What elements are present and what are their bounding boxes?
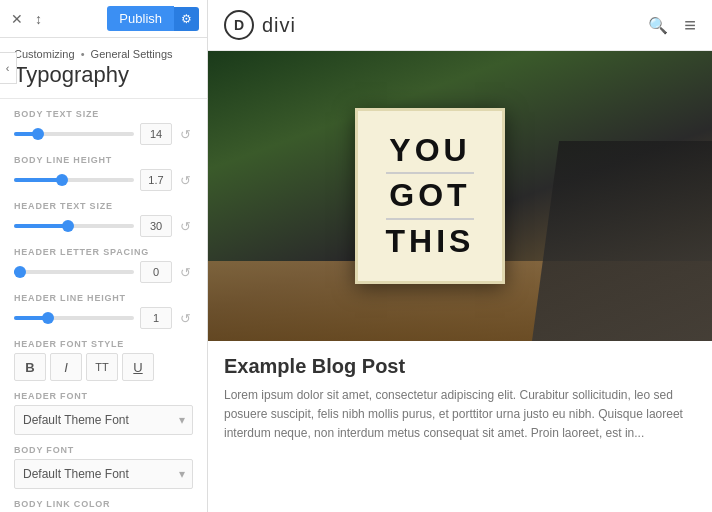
header-letter-spacing-value: 0 xyxy=(140,261,172,283)
breadcrumb-section: General Settings xyxy=(91,48,173,60)
header-text-size-label: HEADER TEXT SIZE xyxy=(14,201,193,211)
header-line-height-reset[interactable]: ↺ xyxy=(178,311,193,326)
body-line-height-slider[interactable] xyxy=(14,178,134,182)
body-link-color-label: BODY LINK COLOR xyxy=(14,499,193,509)
lightbox-line-1: YOU xyxy=(386,129,475,174)
underline-button[interactable]: U xyxy=(122,353,154,381)
body-line-height-value: 1.7 xyxy=(140,169,172,191)
header-letter-spacing-label: HEADER LETTER SPACING xyxy=(14,247,193,257)
divi-logo-text: divi xyxy=(262,14,296,37)
body-line-height-group: BODY LINE HEIGHT 1.7 ↺ xyxy=(14,155,193,191)
panel-title: Typography xyxy=(14,62,193,88)
publish-button-group: Publish ⚙ xyxy=(107,6,199,31)
header-line-height-group: HEADER LINE HEIGHT 1 ↺ xyxy=(14,293,193,329)
divi-nav: D divi 🔍 ≡ xyxy=(208,0,712,51)
sort-button[interactable]: ↕ xyxy=(32,8,45,30)
header-line-height-row: 1 ↺ xyxy=(14,307,193,329)
header-letter-spacing-group: HEADER LETTER SPACING 0 ↺ xyxy=(14,247,193,283)
breadcrumb-prefix: Customizing xyxy=(14,48,75,60)
divi-nav-icons: 🔍 ≡ xyxy=(648,14,696,37)
body-text-size-group: BODY TEXT SIZE 14 ↺ xyxy=(14,109,193,145)
settings-area: BODY TEXT SIZE 14 ↺ BODY LINE HEIGHT 1.7… xyxy=(0,99,207,512)
divi-logo: D divi xyxy=(224,10,296,40)
header-font-select[interactable]: Default Theme Font xyxy=(14,405,193,435)
panel-header: ‹ Customizing • General Settings Typogra… xyxy=(0,38,207,99)
body-text-size-value: 14 xyxy=(140,123,172,145)
divi-logo-circle: D xyxy=(224,10,254,40)
body-font-select-wrap: Default Theme Font xyxy=(14,459,193,489)
blog-image: YOU GOT THIS xyxy=(208,51,712,341)
search-icon[interactable]: 🔍 xyxy=(648,16,668,35)
header-letter-spacing-reset[interactable]: ↺ xyxy=(178,265,193,280)
body-link-color-group: BODY LINK COLOR Select Color xyxy=(14,499,193,512)
left-panel: ✕ ↕ Publish ⚙ ‹ Customizing • General Se… xyxy=(0,0,208,512)
header-letter-spacing-slider[interactable] xyxy=(14,270,134,274)
lightbox-line-3: THIS xyxy=(386,220,475,263)
header-line-height-slider[interactable] xyxy=(14,316,134,320)
menu-icon[interactable]: ≡ xyxy=(684,14,696,37)
body-text-size-row: 14 ↺ xyxy=(14,123,193,145)
body-line-height-row: 1.7 ↺ xyxy=(14,169,193,191)
body-font-label: BODY FONT xyxy=(14,445,193,455)
body-text-size-label: BODY TEXT SIZE xyxy=(14,109,193,119)
body-text-size-reset[interactable]: ↺ xyxy=(178,127,193,142)
header-font-label: HEADER FONT xyxy=(14,391,193,401)
header-font-style-group: HEADER FONT STYLE B I TT U xyxy=(14,339,193,381)
top-bar-icons: ✕ ↕ xyxy=(8,8,45,30)
close-button[interactable]: ✕ xyxy=(8,8,26,30)
body-font-group: BODY FONT Default Theme Font xyxy=(14,445,193,489)
header-font-select-wrap: Default Theme Font xyxy=(14,405,193,435)
header-line-height-label: HEADER LINE HEIGHT xyxy=(14,293,193,303)
header-text-size-row: 30 ↺ xyxy=(14,215,193,237)
blog-text: Example Blog Post Lorem ipsum dolor sit … xyxy=(208,341,712,458)
blog-title: Example Blog Post xyxy=(224,355,696,378)
top-bar: ✕ ↕ Publish ⚙ xyxy=(0,0,207,38)
publish-button[interactable]: Publish xyxy=(107,6,174,31)
header-text-size-group: HEADER TEXT SIZE 30 ↺ xyxy=(14,201,193,237)
header-font-group: HEADER FONT Default Theme Font xyxy=(14,391,193,435)
header-text-size-slider[interactable] xyxy=(14,224,134,228)
publish-gear-button[interactable]: ⚙ xyxy=(174,7,199,31)
header-text-size-value: 30 xyxy=(140,215,172,237)
header-letter-spacing-row: 0 ↺ xyxy=(14,261,193,283)
bold-button[interactable]: B xyxy=(14,353,46,381)
right-panel: D divi 🔍 ≡ YOU GOT THIS Example Blog xyxy=(208,0,712,512)
body-font-select[interactable]: Default Theme Font xyxy=(14,459,193,489)
body-text-size-slider[interactable] xyxy=(14,132,134,136)
lightbox-sign: YOU GOT THIS xyxy=(355,108,506,284)
body-line-height-reset[interactable]: ↺ xyxy=(178,173,193,188)
body-line-height-label: BODY LINE HEIGHT xyxy=(14,155,193,165)
header-font-style-label: HEADER FONT STYLE xyxy=(14,339,193,349)
blog-content: YOU GOT THIS Example Blog Post Lorem ips… xyxy=(208,51,712,512)
breadcrumb: Customizing • General Settings xyxy=(14,48,193,60)
back-button[interactable]: ‹ xyxy=(0,52,17,84)
italic-button[interactable]: I xyxy=(50,353,82,381)
blog-excerpt: Lorem ipsum dolor sit amet, consectetur … xyxy=(224,386,696,444)
lightbox-line-2: GOT xyxy=(386,174,475,219)
uppercase-button[interactable]: TT xyxy=(86,353,118,381)
header-line-height-value: 1 xyxy=(140,307,172,329)
header-text-size-reset[interactable]: ↺ xyxy=(178,219,193,234)
font-style-row: B I TT U xyxy=(14,353,193,381)
